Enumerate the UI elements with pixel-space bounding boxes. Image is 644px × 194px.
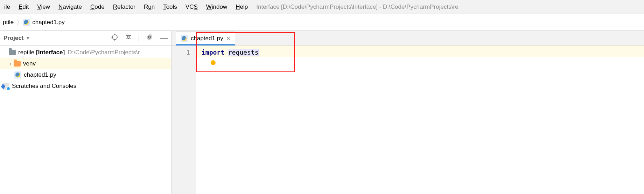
folder-icon (8, 49, 16, 56)
project-tool-window: Project ▼ — reptile [Interface] D:\Code\… (0, 31, 172, 194)
breadcrumb-item[interactable]: chapted1.py (32, 19, 68, 26)
project-tree[interactable]: reptile [Interface] D:\Code\PycharmProje… (0, 46, 171, 92)
folder-icon (13, 60, 21, 68)
tool-window-title[interactable]: Project ▼ (2, 35, 30, 42)
editor-tabs: chapted1.py ✕ (172, 31, 644, 46)
python-file-icon (14, 71, 22, 79)
separator (139, 34, 139, 42)
editor-area: chapted1.py ✕ 1 import requests (172, 31, 644, 194)
scratch-icon (2, 82, 10, 90)
svg-point-0 (112, 35, 117, 40)
code-token-module: requests (228, 49, 259, 56)
breadcrumb-item[interactable]: ptile (0, 19, 16, 26)
menu-help[interactable]: Help (231, 0, 252, 14)
tree-item-scratches[interactable]: Scratches and Consoles (0, 81, 171, 92)
menu-refactor[interactable]: Refactor (109, 0, 140, 14)
editor-tab-label: chapted1.py (191, 35, 223, 42)
gutter: 1 (172, 46, 196, 194)
tree-root[interactable]: reptile [Interface] D:\Code\PycharmProje… (0, 47, 171, 58)
menu-window[interactable]: Window (202, 0, 231, 14)
menu-tools[interactable]: Tools (159, 0, 181, 14)
chevron-right-icon: 〉 (16, 18, 22, 26)
tool-window-header: Project ▼ — (0, 31, 171, 46)
menu-navigate[interactable]: Navigate (54, 0, 86, 14)
tree-item-file[interactable]: chapted1.py (0, 69, 171, 81)
editor-tab[interactable]: chapted1.py ✕ (176, 32, 235, 46)
close-icon[interactable]: ✕ (226, 35, 231, 42)
python-file-icon (180, 35, 188, 42)
window-title: Interface [D:\Code\PycharmProjects\Inter… (256, 0, 644, 14)
menu-file[interactable]: ile (0, 0, 14, 14)
target-icon[interactable] (111, 34, 118, 42)
menu-vcs[interactable]: VCS (181, 0, 202, 14)
menu-code[interactable]: Code (86, 0, 109, 14)
python-file-icon (22, 19, 30, 26)
line-number: 1 (187, 49, 190, 56)
code-area[interactable]: 1 import requests (172, 46, 644, 194)
chevron-down-icon: ▼ (26, 36, 30, 41)
menu-run[interactable]: Run (140, 0, 159, 14)
tree-item-venv[interactable]: › venv (0, 58, 171, 69)
code-keyword: import (202, 49, 224, 56)
code-viewport[interactable]: import requests (196, 46, 644, 194)
breadcrumb-bar: ptile 〉 chapted1.py (0, 14, 644, 31)
menu-edit[interactable]: Edit (14, 0, 33, 14)
chevron-right-icon[interactable]: › (7, 60, 13, 67)
gear-icon[interactable] (146, 34, 153, 42)
menu-view[interactable]: View (33, 0, 54, 14)
collapse-icon[interactable] (125, 34, 132, 42)
intention-bulb-icon[interactable] (211, 60, 216, 65)
hide-icon[interactable]: — (160, 35, 168, 41)
menu-bar: ile Edit View Navigate Code Refactor Run… (0, 0, 644, 14)
